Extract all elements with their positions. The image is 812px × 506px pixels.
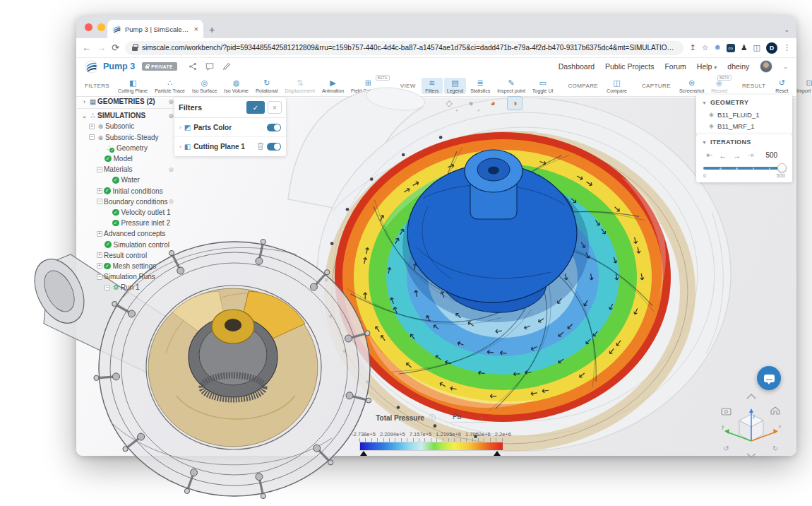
forward-icon[interactable]: → [97, 42, 106, 53]
toolbar-item-rotational[interactable]: ↻Rotational [253, 78, 281, 94]
collapse-icon[interactable]: − [105, 285, 110, 290]
new-tab-button[interactable]: + [209, 24, 215, 35]
toolbar-item-legend[interactable]: ▤Legend [444, 78, 466, 94]
tree-item-simulation-control[interactable]: ✓Simulation control [78, 239, 175, 249]
reload-icon[interactable]: ⟳ [112, 42, 119, 53]
toolbar-item-statistics[interactable]: ≣Statistics [467, 78, 493, 94]
colorbar-max-handle[interactable] [494, 451, 501, 456]
extension-snowflake-icon[interactable]: ❅ [715, 43, 721, 52]
trash-icon[interactable] [257, 141, 264, 153]
add-icon[interactable]: ⊕ [168, 98, 174, 105]
toolbar-item-compare[interactable]: ◫Compare [604, 78, 630, 94]
home-view-icon[interactable] [771, 407, 780, 414]
browser-menu-icon[interactable]: ⋮ [783, 43, 791, 52]
tree-item-mesh-settings[interactable]: +✓Mesh settings [78, 261, 175, 271]
side-panel-icon[interactable]: ◫ [753, 43, 760, 52]
add-icon[interactable]: ⊕ [168, 166, 174, 173]
info-icon[interactable]: i [429, 414, 436, 421]
toolbar-item-reset[interactable]: ↺Reset [771, 78, 792, 94]
collapse-geometry-icon[interactable]: ▼ [702, 100, 707, 105]
tree-item-subsonic-steady[interactable]: −⊕Subsonic-Steady [78, 132, 175, 143]
tab-close-icon[interactable]: × [194, 25, 198, 33]
add-icon[interactable]: ⊕ [168, 112, 174, 119]
collapse-icon[interactable]: − [97, 274, 102, 280]
tree-item-geometry[interactable]: ∴✓Geometry [78, 143, 175, 153]
slider-track[interactable] [703, 167, 785, 170]
rotate-down-icon[interactable] [747, 454, 756, 457]
chevron-right-icon[interactable]: › [179, 143, 181, 150]
previous-iteration-icon[interactable]: ← [719, 151, 727, 160]
expand-icon[interactable]: + [97, 252, 102, 258]
add-icon[interactable]: ⊕ [168, 198, 174, 205]
account-chevron-icon[interactable]: ⌄ [783, 64, 788, 70]
chrome-profile-avatar[interactable]: D [766, 42, 777, 54]
tree-item-velocity-outlet-1[interactable]: ✓Velocity outlet 1 [78, 207, 175, 218]
chevron-down-icon[interactable]: ⌄ [80, 112, 88, 119]
toolbar-item-import-view[interactable]: ⊡Import view [794, 78, 812, 94]
filter-row-cutting-plane[interactable]: ›◧Cutting Plane 1 [174, 137, 286, 156]
toolbar-item-cutting-plane[interactable]: ◧Cutting Plane [115, 78, 150, 94]
tree-item-run-1[interactable]: −⚙Run 1 [78, 282, 175, 293]
tab-search-icon[interactable]: ⌄ [784, 26, 789, 33]
rotate-ccw-icon[interactable]: ↺ [723, 445, 729, 452]
user-avatar[interactable] [760, 60, 772, 73]
nav-dashboard[interactable]: Dashboard [559, 62, 595, 71]
first-iteration-icon[interactable]: ⇤ [706, 151, 712, 160]
mode-surface-edges-button[interactable]: ◕ [485, 96, 501, 110]
nav-forum[interactable]: Forum [664, 62, 686, 71]
filter-row-parts-color[interactable]: ›◩Parts Color [174, 118, 286, 137]
share-project-icon[interactable] [189, 62, 197, 71]
last-iteration-icon[interactable]: ⇥ [747, 151, 753, 160]
support-chat-button[interactable] [757, 366, 781, 390]
visibility-toggle[interactable] [267, 124, 281, 131]
chevron-right-icon[interactable]: › [179, 124, 181, 131]
bookmark-star-icon[interactable]: ☆ [702, 43, 709, 52]
expand-icon[interactable]: + [97, 231, 102, 237]
tree-item-model[interactable]: ✓Model [78, 153, 175, 164]
close-window-button[interactable] [85, 23, 92, 31]
username[interactable]: dheiny [727, 62, 749, 71]
next-iteration-icon[interactable]: → [733, 151, 741, 160]
address-bar[interactable]: simscale.com/workbench/?pid=593448554258… [125, 41, 684, 55]
toolbar-item-iso-surface[interactable]: ◎Iso Surface [189, 78, 220, 94]
nav-public-projects[interactable]: Public Projects [605, 62, 654, 71]
camera-icon[interactable] [722, 408, 731, 415]
project-title[interactable]: Pump 3 [103, 61, 135, 71]
toolbar-item-record[interactable]: ◉RecordBETA [708, 78, 730, 94]
toolbar-item-iso-volume[interactable]: ◍Iso Volume [221, 78, 251, 94]
collapse-icon[interactable]: − [97, 199, 102, 204]
toolbar-item-animation[interactable]: ▶Animation [319, 78, 347, 94]
extension-puppet-icon[interactable]: ♟ [741, 43, 748, 52]
geometry-item[interactable]: ◈B11_MRF_1 [696, 120, 792, 131]
browser-tab[interactable]: Pump 3 | SimScale Workbench × [107, 20, 203, 38]
comment-icon[interactable] [205, 62, 214, 71]
share-page-icon[interactable]: ↥ [689, 43, 695, 52]
chevron-right-icon[interactable]: › [80, 98, 88, 105]
collapse-icon[interactable]: − [97, 167, 102, 172]
toolbar-item-displacement[interactable]: ⇅Displacement [282, 78, 318, 94]
tree-item-pressure-inlet-2[interactable]: ✓Pressure inlet 2 [78, 218, 175, 228]
toolbar-item-field-calculator[interactable]: ⊞Field CalculatorBETA [348, 78, 388, 94]
geometry-item[interactable]: ◈B11_FLUID_1 [696, 109, 792, 120]
tree-item-water[interactable]: ✓Water [78, 175, 175, 185]
mode-result-button[interactable]: ◑ [507, 96, 523, 110]
tree-item-materials[interactable]: −Materials⊕ [78, 164, 175, 175]
legend-field-name[interactable]: Total Pressure [376, 414, 424, 422]
tree-item-advanced-concepts[interactable]: +Advanced concepts [78, 228, 175, 239]
toolbar-item-toggle-ui[interactable]: ▭Toggle UI [530, 78, 556, 94]
toolbar-item-screenshot[interactable]: ⊚Screenshot [676, 78, 707, 94]
expand-icon[interactable]: + [89, 124, 95, 129]
iteration-slider[interactable] [703, 163, 785, 172]
tree-item-initial-conditions[interactable]: +✓Initial conditions [78, 186, 175, 196]
toolbar-item-inspect-point[interactable]: ✎Inspect point [494, 78, 528, 94]
tree-item-result-control[interactable]: +Result control [78, 250, 175, 261]
rotate-cw-icon[interactable]: ↻ [772, 445, 778, 452]
collapse-icon[interactable]: − [89, 134, 95, 140]
close-filters-button[interactable]: × [268, 101, 282, 114]
nav-help[interactable]: Help ▾ [697, 62, 717, 71]
tree-item-boundary-conditions[interactable]: −Boundary conditions⊕ [78, 196, 175, 207]
expand-icon[interactable]: + [97, 188, 102, 194]
collapse-iterations-icon[interactable]: ▼ [702, 140, 707, 145]
slider-handle[interactable] [777, 163, 787, 172]
tree-item-simulations[interactable]: ⌄∴SIMULATIONS⊕ [78, 110, 175, 121]
